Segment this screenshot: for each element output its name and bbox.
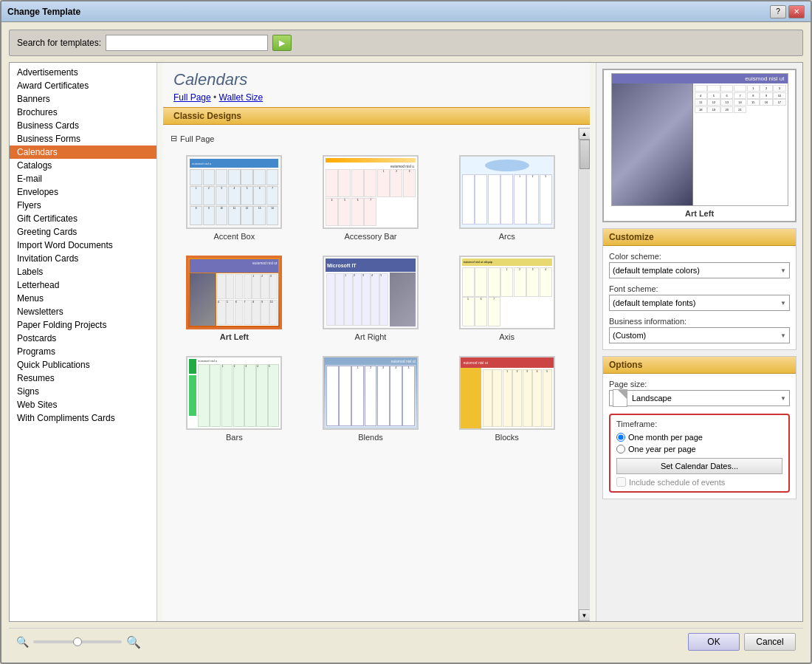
sidebar-item-gift-certificates[interactable]: Gift Certificates: [10, 212, 156, 225]
customize-body: Color scheme: (default template colors) …: [603, 246, 796, 349]
business-info-arrow: ▼: [780, 332, 786, 339]
search-input[interactable]: [106, 35, 268, 51]
template-thumb-accessory-bar: euismod nisl u 1 2 3: [323, 155, 419, 229]
template-axis[interactable]: euismod nisl ut aliquip 1 2 3: [443, 253, 571, 344]
sidebar-item-compliments-cards[interactable]: With Compliments Cards: [10, 411, 156, 425]
options-title: Options: [603, 357, 796, 374]
search-button[interactable]: ►: [272, 35, 292, 51]
scroll-down-btn[interactable]: ▼: [579, 609, 591, 621]
scroll-track[interactable]: [579, 140, 591, 609]
search-icon: ►: [277, 37, 287, 49]
sidebar-item-labels[interactable]: Labels: [10, 265, 156, 278]
schedule-checkbox[interactable]: [616, 477, 626, 487]
sidebar-item-business-forms[interactable]: Business Forms: [10, 132, 156, 146]
template-label-blocks: Blocks: [495, 433, 518, 442]
sidebar-item-business-cards[interactable]: Business Cards: [10, 119, 156, 132]
set-calendar-dates-button[interactable]: Set Calendar Dates...: [616, 458, 782, 474]
sidebar-item-signs[interactable]: Signs: [10, 385, 156, 398]
cal-cell: 20: [720, 106, 733, 113]
cal-cell: 9: [760, 92, 772, 99]
page-size-icon: [613, 389, 627, 407]
sidebar: Advertisements Award Certificates Banner…: [10, 63, 157, 621]
zoom-in-icon[interactable]: 🔍: [126, 635, 141, 649]
color-scheme-dropdown[interactable]: (default template colors) ▼: [609, 262, 790, 278]
sidebar-item-newsletters[interactable]: Newsletters: [10, 305, 156, 318]
sidebar-item-paper-folding[interactable]: Paper Folding Projects: [10, 318, 156, 332]
sidebar-item-banners[interactable]: Banners: [10, 92, 156, 106]
sidebar-item-menus[interactable]: Menus: [10, 292, 156, 305]
customize-section: Customize Color scheme: (default templat…: [602, 228, 796, 350]
schedule-checkbox-row: Include schedule of events: [616, 477, 782, 487]
sidebar-item-calendars[interactable]: Calendars: [10, 146, 156, 159]
font-scheme-dropdown[interactable]: (default template fonts) ▼: [609, 295, 790, 311]
template-thumb-arcs: 1 2 3: [459, 155, 555, 229]
section-label: Full Page: [180, 134, 214, 143]
template-blends[interactable]: euismod nisl ut 1 2 3 4: [307, 353, 435, 445]
preview-title-bar: euismod nisl ut: [612, 74, 788, 83]
template-arcs[interactable]: 1 2 3 Arcs: [443, 152, 571, 244]
templates-scroll[interactable]: ⊟ Full Page euismod nisl u: [163, 128, 578, 621]
zoom-out-icon[interactable]: 🔍: [16, 636, 29, 648]
template-art-left[interactable]: euismod nisl ut: [171, 253, 298, 344]
font-scheme-field: Font scheme: (default template fonts) ▼: [609, 284, 790, 311]
radio-one-year-label: One year per page: [628, 445, 696, 453]
radio-one-year-row: One year per page: [616, 445, 782, 453]
template-label-accent-box: Accent Box: [214, 232, 255, 241]
template-art-right[interactable]: Microsoft IT 1 2: [307, 253, 435, 344]
page-size-dropdown[interactable]: Landscape ▼: [609, 390, 790, 406]
section-header-full-page[interactable]: ⊟ Full Page: [171, 131, 571, 146]
category-title: Calendars: [163, 63, 590, 92]
cal-cell: 18: [695, 106, 707, 113]
radio-one-month[interactable]: [616, 433, 625, 442]
business-info-dropdown[interactable]: (Custom) ▼: [609, 327, 790, 343]
sidebar-item-web-sites[interactable]: Web Sites: [10, 398, 156, 411]
template-accessory-bar[interactable]: euismod nisl u 1 2 3: [307, 152, 435, 244]
sidebar-item-invitation-cards[interactable]: Invitation Cards: [10, 252, 156, 265]
cancel-button[interactable]: Cancel: [744, 633, 796, 651]
sidebar-item-resumes[interactable]: Resumes: [10, 372, 156, 385]
sidebar-item-brochures[interactable]: Brochures: [10, 106, 156, 119]
ok-button[interactable]: OK: [688, 633, 740, 651]
main-panels: Advertisements Award Certificates Banner…: [9, 62, 803, 622]
cal-cell: 14: [734, 99, 746, 106]
scroll-thumb[interactable]: [579, 140, 590, 169]
template-thumb-accent-box: euismod nisl u 12 34: [186, 155, 282, 229]
sidebar-item-email[interactable]: E-mail: [10, 172, 156, 185]
sidebar-item-quick-publications[interactable]: Quick Publications: [10, 358, 156, 372]
template-blocks[interactable]: euismod nisl ut 1 2: [443, 353, 571, 445]
page-size-label: Page size:: [609, 380, 790, 389]
help-button[interactable]: ?: [770, 5, 786, 18]
template-accent-box[interactable]: euismod nisl u 12 34: [171, 152, 298, 244]
zoom-slider[interactable]: [33, 640, 122, 643]
sidebar-item-advertisements[interactable]: Advertisements: [10, 66, 156, 79]
sidebar-item-catalogs[interactable]: Catalogs: [10, 159, 156, 172]
sidebar-item-envelopes[interactable]: Envelopes: [10, 185, 156, 199]
sidebar-item-letterhead[interactable]: Letterhead: [10, 278, 156, 292]
page-size-control: Landscape ▼: [609, 390, 790, 406]
template-thumb-blends: euismod nisl ut 1 2 3 4: [323, 356, 419, 430]
business-info-field: Business information: (Custom) ▼: [609, 317, 790, 343]
preview-image-area: 1 2 3 4 5 6 7 8 9 10 11: [612, 83, 788, 205]
radio-one-month-label: One month per page: [628, 433, 703, 442]
template-thumb-blocks: euismod nisl ut 1 2: [459, 356, 555, 430]
template-label-axis: Axis: [499, 332, 515, 341]
sidebar-item-award-certificates[interactable]: Award Certificates: [10, 79, 156, 92]
sidebar-item-postcards[interactable]: Postcards: [10, 332, 156, 345]
cal-cell: 15: [747, 99, 760, 106]
business-info-label: Business information:: [609, 317, 790, 326]
close-button[interactable]: ✕: [788, 5, 805, 18]
font-scheme-value: (default template fonts): [613, 298, 696, 307]
sidebar-item-programs[interactable]: Programs: [10, 345, 156, 358]
sidebar-item-flyers[interactable]: Flyers: [10, 199, 156, 212]
cal-cell: 2: [760, 85, 772, 92]
radio-one-year[interactable]: [616, 445, 625, 453]
cal-cell: 13: [720, 99, 733, 106]
middle-scrollbar[interactable]: ▲ ▼: [578, 128, 590, 621]
tab-full-page[interactable]: Full Page: [173, 92, 211, 103]
template-label-arcs: Arcs: [499, 232, 515, 241]
tab-wallet-size[interactable]: Wallet Size: [219, 92, 264, 103]
sidebar-item-import-word[interactable]: Import Word Documents: [10, 239, 156, 252]
sidebar-item-greeting-cards[interactable]: Greeting Cards: [10, 225, 156, 239]
template-bars[interactable]: euismod nisl u 1 2 3 4: [171, 353, 298, 445]
scroll-up-btn[interactable]: ▲: [579, 128, 591, 140]
